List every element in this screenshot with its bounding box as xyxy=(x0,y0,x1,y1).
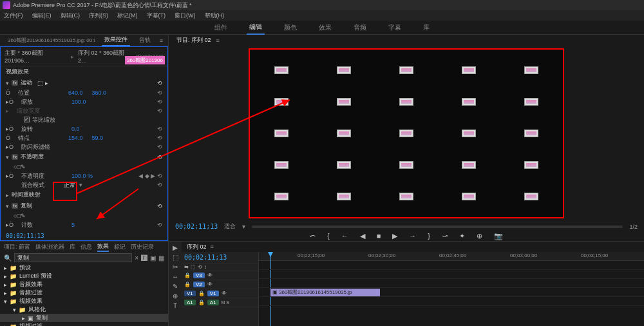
proj-tab-info[interactable]: 信息 xyxy=(80,243,92,251)
motion-fx[interactable]: 运动 xyxy=(21,79,32,87)
go-in-icon[interactable]: { xyxy=(327,232,330,240)
track-v2[interactable]: V2 xyxy=(193,282,205,287)
tl-settings-icon[interactable]: ↕ xyxy=(204,264,207,270)
audio-ms-label[interactable]: M S xyxy=(222,300,229,305)
anchor-y[interactable]: 59.0 xyxy=(92,135,104,141)
tree-item[interactable]: ▾📁风格化 xyxy=(0,305,168,314)
tree-item[interactable]: ▸▣复制 xyxy=(0,314,168,322)
tl-marker-icon[interactable]: ⟲ xyxy=(198,264,202,270)
video-clip[interactable]: ▣360截图20190616145519035.jp xyxy=(270,289,380,296)
uniform-scale-checkbox[interactable] xyxy=(24,117,30,122)
step-back-icon[interactable]: ← xyxy=(341,232,348,240)
sequence-tab[interactable]: 序列 02 xyxy=(187,243,207,251)
mask-pen-icon-2[interactable]: ✎ xyxy=(21,213,26,219)
count-val[interactable]: 5 xyxy=(71,222,75,228)
resolution-half[interactable]: 1/2 xyxy=(629,224,638,230)
menu-sequence[interactable]: 序列(S) xyxy=(89,12,108,20)
ws-libraries[interactable]: 库 xyxy=(421,21,432,34)
lock-icon[interactable]: 🔒 xyxy=(184,282,191,287)
slip-tool-icon[interactable]: ✎ xyxy=(173,283,178,290)
audio-track-tab[interactable]: 音轨 xyxy=(137,35,153,46)
opacity-fx[interactable]: 不透明度 xyxy=(21,153,44,161)
lift-icon[interactable]: ✦ xyxy=(459,232,465,240)
step-fwd-icon[interactable]: → xyxy=(409,232,416,240)
menu-help[interactable]: 帮助(H) xyxy=(205,12,225,20)
track-v1[interactable]: V1 xyxy=(207,291,219,296)
time-remap-fx[interactable]: 时间重映射 xyxy=(12,191,41,199)
proj-tab-markers[interactable]: 标记 xyxy=(114,243,126,251)
lock-icon[interactable]: 🔒 xyxy=(184,273,191,278)
time-ruler[interactable]: 00;02;15;0000;02;30;0000;02;45;0000;03;0… xyxy=(259,252,644,261)
proj-tab-effects[interactable]: 效果 xyxy=(97,242,109,252)
ws-titles[interactable]: 字幕 xyxy=(386,21,404,34)
zoom-fit[interactable]: 适合 xyxy=(224,222,236,231)
stopwatch-icon[interactable]: Ö xyxy=(6,90,10,96)
tree-item[interactable]: ▸📁音频效果 xyxy=(0,280,168,289)
menu-clip[interactable]: 剪辑(C) xyxy=(61,12,80,20)
export-frame-icon[interactable]: 📷 xyxy=(494,232,503,240)
extract-icon[interactable]: ⊕ xyxy=(477,232,482,240)
pen-tool-icon[interactable]: ⊕ xyxy=(173,292,178,300)
tree-item[interactable]: ▸📁预设 xyxy=(0,264,168,272)
clear-search-icon[interactable]: × xyxy=(135,254,138,262)
rot-val[interactable]: 0.0 xyxy=(71,126,80,132)
track-v3[interactable]: V3 xyxy=(193,273,205,278)
track-select-tool-icon[interactable]: ⬚ xyxy=(173,254,178,261)
menu-window[interactable]: 窗口(W) xyxy=(175,12,196,20)
accel-icon[interactable]: ▣ xyxy=(150,254,156,262)
stop-icon[interactable]: ■ xyxy=(377,232,381,240)
anchor-x[interactable]: 154.0 xyxy=(68,135,83,141)
ripple-tool-icon[interactable]: ✂ xyxy=(173,264,178,271)
tl-link-icon[interactable]: ⬚ xyxy=(191,264,196,270)
panel-menu-icon[interactable]: ≡ xyxy=(216,37,220,44)
program-monitor[interactable] xyxy=(249,48,564,218)
scale-val[interactable]: 100.0 xyxy=(71,99,86,105)
selection-tool-icon[interactable]: ▶ xyxy=(173,244,178,251)
menu-title[interactable]: 字幕(T) xyxy=(147,12,166,20)
opacity-val[interactable]: 100.0 % xyxy=(71,173,93,179)
mask-pen-icon[interactable]: ✎ xyxy=(21,164,26,170)
panel-menu-icon[interactable]: ≡ xyxy=(160,37,163,44)
play-back-icon[interactable]: ◀ xyxy=(360,232,365,240)
mark-in-icon[interactable]: ⤺ xyxy=(310,232,316,240)
ws-editing[interactable]: 编辑 xyxy=(247,21,265,35)
tree-item[interactable]: ▸📁Lumetri 预设 xyxy=(0,272,168,280)
proj-tab-history[interactable]: 历史记录 xyxy=(131,243,154,251)
tree-item[interactable]: ▸📁音频过渡 xyxy=(0,289,168,297)
tree-item[interactable]: ▾📁视频效果 xyxy=(0,297,168,305)
type-tool-icon[interactable]: T xyxy=(173,302,177,309)
program-timecode[interactable]: 00;02;11;13 xyxy=(175,223,218,230)
pos-x[interactable]: 640.0 xyxy=(68,90,83,96)
source-tab-label[interactable]: 360截图20190616145519035.jpg: 00;02;11;13 xyxy=(5,35,95,45)
fx-badge-icon[interactable]: 🅵 xyxy=(141,254,147,262)
menu-edit[interactable]: 编辑(E) xyxy=(32,12,52,20)
mark-out-icon[interactable]: ⤻ xyxy=(442,232,448,240)
proj-tab-lib[interactable]: 库 xyxy=(70,243,75,251)
proj-tab-media[interactable]: 媒体浏览器 xyxy=(35,243,64,251)
tree-item[interactable]: ▸📁视频过渡 xyxy=(0,322,168,326)
menu-marker[interactable]: 标记(M) xyxy=(117,12,138,20)
track-a1[interactable]: A1 xyxy=(207,300,219,305)
program-tab[interactable]: 节目: 序列 02 xyxy=(175,35,213,46)
tl-snap-icon[interactable]: ⇆ xyxy=(184,264,189,270)
play-icon[interactable]: ▶ xyxy=(392,232,397,240)
master-clip-label[interactable]: 主要 * 360截图201906… xyxy=(5,49,67,64)
menu-file[interactable]: 文件(F) xyxy=(4,12,23,20)
timeline-timecode[interactable]: 00;02;11;13 xyxy=(184,254,227,261)
yuv-icon[interactable]: ▦ xyxy=(158,254,164,262)
scrub-bar[interactable] xyxy=(252,225,623,228)
ws-audio[interactable]: 音频 xyxy=(351,21,369,34)
ws-effects[interactable]: 效果 xyxy=(316,21,334,34)
ws-assembly[interactable]: 组件 xyxy=(212,21,230,34)
lock-icon[interactable]: 🔒 xyxy=(198,300,205,305)
pos-y[interactable]: 360.0 xyxy=(92,90,107,96)
timeline-tracks[interactable]: 00;02;15;0000;02;30;0000;02;45;0000;03;0… xyxy=(259,252,644,326)
effect-controls-tab[interactable]: 效果控件 xyxy=(102,34,130,46)
razor-tool-icon[interactable]: ↔ xyxy=(172,273,178,280)
lock-icon[interactable]: 🔒 xyxy=(198,291,205,296)
proj-tab-project[interactable]: 项目: 蔚蓝 xyxy=(4,243,30,251)
seq-clip-label[interactable]: 序列 02 * 360截图2… xyxy=(78,49,133,64)
effects-search-input[interactable] xyxy=(14,253,132,262)
replicate-fx[interactable]: 复制 xyxy=(21,202,32,210)
ws-color[interactable]: 颜色 xyxy=(281,21,299,34)
